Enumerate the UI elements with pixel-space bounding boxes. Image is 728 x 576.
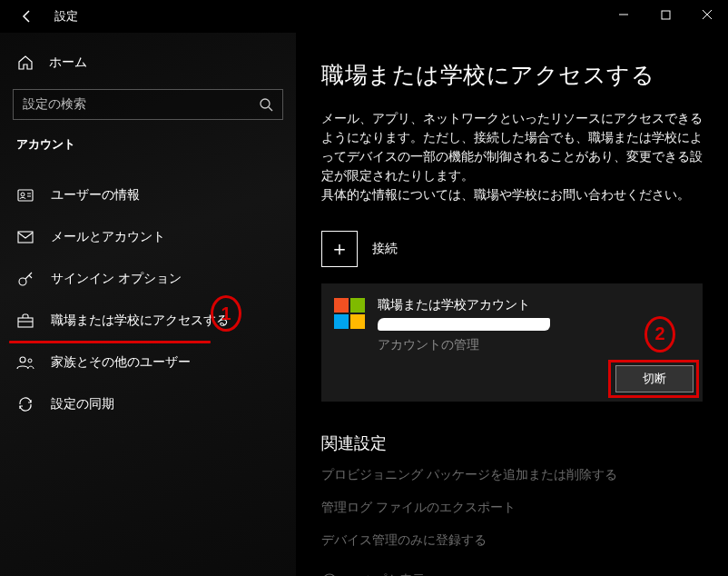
related-link-device-mgmt[interactable]: デバイス管理のみに登録する (321, 532, 703, 549)
sidebar-item-label: 設定の同期 (51, 396, 114, 412)
sidebar-item-sync[interactable]: 設定の同期 (0, 383, 296, 425)
help-link[interactable]: ヘルプを表示 (321, 572, 703, 576)
svg-point-17 (28, 359, 32, 362)
help-icon (321, 572, 338, 576)
minimize-button[interactable] (603, 0, 644, 29)
svg-rect-1 (662, 11, 670, 19)
sidebar-item-work-school[interactable]: 職場または学校にアクセスする (0, 300, 296, 342)
section-heading: アカウント (0, 136, 296, 160)
microsoft-logo-icon (334, 298, 365, 329)
svg-rect-14 (18, 318, 33, 327)
search-placeholder: 設定の検索 (23, 96, 86, 113)
sidebar-item-label: メールとアカウント (51, 229, 165, 245)
sidebar: ホーム 設定の検索 アカウント ユーザーの情報 メールとアカウント (0, 33, 296, 576)
mail-icon (16, 231, 34, 243)
page-title: 職場または学校にアクセスする (321, 60, 703, 90)
maximize-button[interactable] (644, 0, 686, 29)
disconnect-button[interactable]: 切断 (615, 365, 694, 392)
people-icon (16, 355, 34, 370)
svg-point-4 (261, 99, 270, 108)
svg-point-16 (20, 357, 25, 362)
redacted-email (378, 318, 550, 331)
connect-button[interactable]: ＋ 接続 (321, 231, 703, 267)
sidebar-item-label: サインイン オプション (51, 271, 182, 287)
svg-point-7 (21, 193, 25, 196)
account-title: 職場または学校アカウント (378, 296, 550, 314)
account-manage-link[interactable]: アカウントの管理 (378, 336, 550, 354)
back-button[interactable] (11, 0, 44, 33)
home-nav[interactable]: ホーム (0, 49, 296, 85)
home-label: ホーム (49, 55, 87, 71)
sync-icon (16, 396, 34, 412)
page-description: メール、アプリ、ネットワークといったリソースにアクセスできるようになります。ただ… (321, 110, 703, 205)
key-icon (16, 271, 34, 287)
help-label: ヘルプを表示 (349, 572, 425, 576)
related-heading: 関連設定 (321, 432, 703, 454)
sidebar-item-label: 家族とその他のユーザー (51, 354, 191, 371)
svg-rect-6 (18, 190, 33, 201)
sidebar-item-label: 職場または学校にアクセスする (51, 313, 229, 329)
briefcase-icon (16, 313, 34, 328)
main-panel: 職場または学校にアクセスする メール、アプリ、ネットワークといったリソースにアク… (296, 33, 728, 576)
related-settings: 関連設定 プロビジョニング パッケージを追加または削除する 管理ログ ファイルの… (321, 432, 703, 549)
svg-line-12 (25, 273, 32, 279)
sidebar-item-user-info[interactable]: ユーザーの情報 (0, 174, 296, 216)
connect-label: 接続 (372, 241, 398, 257)
account-card[interactable]: 職場または学校アカウント アカウントの管理 切断 2 (321, 283, 703, 402)
home-icon (16, 55, 34, 71)
search-icon (259, 97, 273, 112)
svg-line-13 (29, 275, 32, 278)
sidebar-item-signin-options[interactable]: サインイン オプション (0, 258, 296, 300)
svg-point-11 (19, 278, 26, 285)
related-link-provisioning[interactable]: プロビジョニング パッケージを追加または削除する (321, 467, 703, 483)
sidebar-item-family-users[interactable]: 家族とその他のユーザー (0, 342, 296, 383)
related-link-export-log[interactable]: 管理ログ ファイルのエクスポート (321, 500, 703, 516)
sidebar-item-email-accounts[interactable]: メールとアカウント (0, 216, 296, 258)
search-input[interactable]: 設定の検索 (13, 89, 283, 120)
close-button[interactable] (686, 0, 728, 29)
svg-rect-10 (18, 232, 33, 243)
user-icon (16, 189, 34, 202)
window-title: 設定 (54, 8, 78, 25)
sidebar-item-label: ユーザーの情報 (51, 187, 140, 204)
plus-icon: ＋ (321, 231, 358, 267)
svg-line-5 (269, 107, 272, 111)
